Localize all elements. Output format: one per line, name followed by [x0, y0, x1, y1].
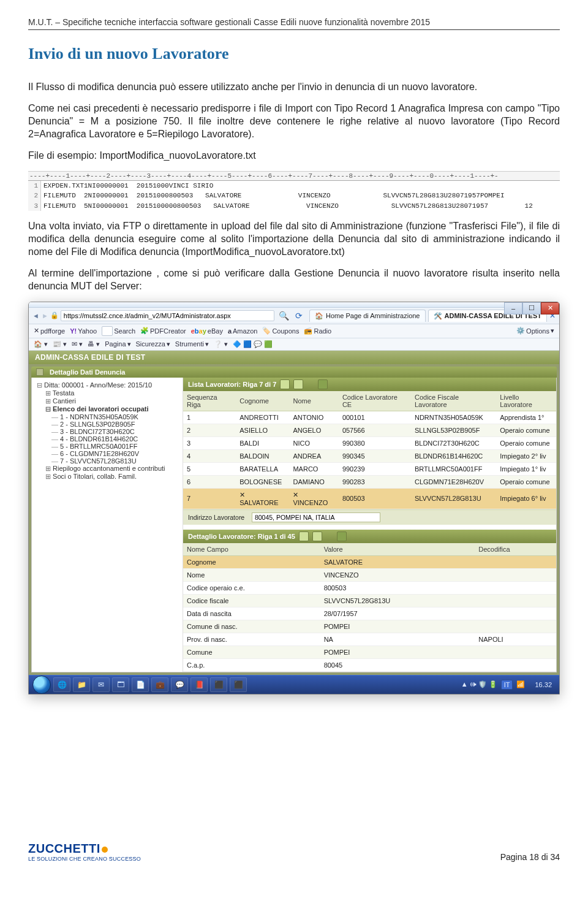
fav-pdfforge[interactable]: ✕ pdfforge	[34, 327, 65, 335]
table-row[interactable]: ComunePOMPEI	[183, 646, 556, 658]
fav-radio[interactable]: 📻 Radio	[304, 327, 331, 335]
table-cell: 800503	[339, 488, 411, 509]
fav-coupons[interactable]: 🏷️ Coupons	[262, 327, 299, 335]
table-row[interactable]: CognomeSALVATORE	[183, 555, 556, 568]
table-row[interactable]: Comune di nasc.POMPEI	[183, 620, 556, 633]
grid-col-header[interactable]: Codice Fiscale Lavoratore	[411, 391, 496, 411]
lista-lavoratori-grid[interactable]: Sequenza RigaCognomeNomeCodice Lavorator…	[183, 391, 556, 509]
text-sample-block: ----+----1----+----2----+----3----+----4…	[28, 171, 560, 211]
tree-soci: Soci o Titolari, collab. Famil.	[45, 473, 178, 481]
tree-lavoratore-item[interactable]: 2 - SLLNGL53P02B905F	[51, 421, 178, 428]
fav-amazon[interactable]: a Amazon	[228, 327, 257, 335]
tray-clock[interactable]: 16.32	[535, 681, 552, 688]
taskbar-app5[interactable]: ⬛	[230, 677, 247, 692]
refresh-search-icon[interactable]: 🔍	[279, 311, 289, 321]
tray-language[interactable]: IT	[501, 680, 513, 690]
tools-menu[interactable]: Strumenti ▾	[175, 340, 209, 348]
tree-lavoratore-item[interactable]: 4 - BLDNDR61B14H620C	[51, 435, 178, 443]
table-cell: BOLOGNESE	[236, 475, 289, 488]
detail-btn-2[interactable]	[312, 531, 322, 541]
table-cell: 057566	[339, 424, 411, 436]
paragraph-2: Come nei casi precedenti è necessario pr…	[28, 102, 560, 140]
taskbar-app4[interactable]: ⬛	[210, 677, 227, 692]
grid-col-header[interactable]: Valore	[320, 543, 475, 556]
table-row[interactable]: 3BALDINICO990380BLDNCI72T30H620COperaio …	[183, 436, 556, 449]
safety-menu[interactable]: Sicurezza ▾	[136, 340, 170, 348]
fav-options[interactable]: ⚙️ Options ▾	[516, 327, 554, 335]
taskbar-app1[interactable]: 🗔	[112, 677, 129, 692]
grid-col-header[interactable]: Nome Campo	[183, 543, 320, 556]
forward-button[interactable]: ►	[42, 312, 48, 319]
tray-icons[interactable]: ▲ 🕪 🛡️ 🔋	[461, 680, 497, 688]
detail-btn-3[interactable]	[337, 531, 347, 541]
table-row[interactable]: Prov. di nasc.NANAPOLI	[183, 633, 556, 646]
list-btn-3[interactable]	[318, 379, 328, 389]
list-btn-2[interactable]	[293, 379, 303, 389]
tray-network-icon[interactable]: 📶	[516, 680, 525, 688]
lista-lavoratori-header: Lista Lavoratori: Riga 7 di 7	[183, 378, 556, 391]
list-btn-1[interactable]	[280, 379, 290, 389]
back-button[interactable]: ◄	[32, 312, 39, 319]
maximize-button[interactable]: ☐	[522, 302, 541, 314]
tree-lavoratore-item[interactable]: 3 - BLDNCI72T30H620C	[51, 428, 178, 435]
browser-tab[interactable]: 🏠Home Page di Amministrazione	[309, 310, 425, 322]
grid-col-header[interactable]: Sequenza Riga	[183, 391, 236, 411]
taskbar-explorer[interactable]: 📁	[73, 677, 90, 692]
grid-col-header[interactable]: Nome	[289, 391, 338, 411]
fav-pdfcreator[interactable]: 🧩 PDFCreator	[140, 327, 186, 335]
table-row[interactable]: Data di nascita28/07/1957	[183, 607, 556, 620]
fav-ebay[interactable]: ebay eBay	[191, 327, 223, 335]
fav-yahoo[interactable]: Y! Yahoo	[70, 327, 97, 335]
grid-col-header[interactable]: Livello Lavoratore	[496, 391, 556, 411]
table-cell: 990239	[339, 462, 411, 475]
grid-col-header[interactable]: Cognome	[236, 391, 289, 411]
grid-col-header[interactable]: Decodifica	[475, 543, 556, 556]
detail-btn-1[interactable]	[299, 531, 309, 541]
page-menu[interactable]: Pagina ▾	[105, 340, 130, 348]
tree-lavoratore-item[interactable]: 6 - CLGDMN71E28H620V	[51, 450, 178, 457]
dettaglio-lavoratore-grid[interactable]: Nome CampoValoreDecodifica CognomeSALVAT…	[183, 543, 556, 672]
tree-elenco: Elenco dei lavoratori occupati	[45, 405, 178, 413]
table-cell: POMPEI	[320, 620, 475, 633]
table-cell: CLGDMN71E28H620V	[411, 475, 496, 488]
table-row[interactable]: 1ANDREOTTIANTONIO000101NDRNTN35H05A059KA…	[183, 411, 556, 424]
grid-col-header[interactable]: Codice Lavoratore CE	[339, 391, 411, 411]
mail-icon[interactable]: ✉ ▾	[72, 340, 83, 348]
taskbar-app2[interactable]: 📄	[132, 677, 149, 692]
table-cell: Nome	[183, 568, 320, 581]
table-row[interactable]: NomeVINCENZO	[183, 568, 556, 581]
taskbar-pdf[interactable]: 📕	[190, 677, 208, 692]
indirizzo-lavoratore-input[interactable]	[252, 512, 380, 522]
table-row[interactable]: 2ASIELLOANGELO057566SLLNGL53P02B905FOper…	[183, 424, 556, 436]
table-row[interactable]: C.a.p.80045	[183, 658, 556, 671]
fav-search[interactable]: Search	[102, 326, 135, 336]
table-row[interactable]: 5BARATELLAMARCO990239BRTLLMRC50A001FFImp…	[183, 462, 556, 475]
tree-lavoratore-item[interactable]: 1 - NDRNTN35H05A059K	[51, 413, 178, 421]
start-button[interactable]	[32, 676, 51, 694]
tree-nav[interactable]: Ditta: 000001 - Anno/Mese: 2015/10 Testa…	[32, 378, 183, 672]
minimize-button[interactable]: –	[504, 302, 522, 314]
table-cell: 990345	[339, 449, 411, 462]
feeds-icon[interactable]: 📰 ▾	[53, 340, 67, 348]
help-icon[interactable]: ❔ ▾	[214, 340, 228, 348]
table-cell: Codice operaio c.e.	[183, 581, 320, 594]
home-icon[interactable]: 🏠 ▾	[34, 340, 48, 348]
tree-lavoratore-item[interactable]: 7 - SLVVCN57L28G813U	[51, 457, 178, 465]
taskbar-app3[interactable]: 💼	[151, 677, 168, 692]
table-row[interactable]: Codice fiscaleSLVVCN57L28G813U	[183, 594, 556, 607]
print-icon[interactable]: 🖶 ▾	[88, 340, 100, 348]
reload-icon[interactable]: ⟳	[295, 311, 303, 321]
table-cell: Comune di nasc.	[183, 620, 320, 633]
table-row[interactable]: Codice operaio c.e.800503	[183, 581, 556, 594]
url-field[interactable]	[61, 310, 274, 321]
taskbar-ie[interactable]: 🌐	[53, 677, 70, 692]
windows-taskbar: 🌐 📁 ✉ 🗔 📄 💼 💬 📕 ⬛ ⬛ ▲ 🕪 🛡️ 🔋 IT 📶 16.32	[29, 675, 559, 694]
table-cell: 80045	[320, 658, 475, 671]
table-row[interactable]: 7✕ SALVATORE✕ VINCENZO800503SLVVCN57L28G…	[183, 488, 556, 509]
table-row[interactable]: 6BOLOGNESEDAMIANO990283CLGDMN71E28H620VO…	[183, 475, 556, 488]
tree-lavoratore-item[interactable]: 5 - BRTLLMRC50A001FF	[51, 443, 178, 450]
taskbar-skype[interactable]: 💬	[171, 677, 188, 692]
taskbar-outlook[interactable]: ✉	[92, 677, 110, 692]
close-button[interactable]: ✕	[541, 302, 559, 314]
table-row[interactable]: 4BALDOINANDREA990345BLDNDR61B14H620CImpi…	[183, 449, 556, 462]
